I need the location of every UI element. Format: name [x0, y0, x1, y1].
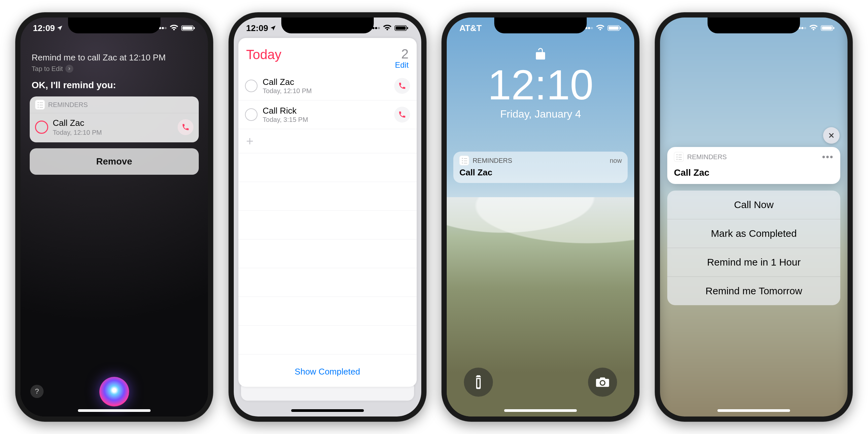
reminder-title: Call Zac: [53, 118, 173, 128]
close-button[interactable]: [823, 127, 840, 144]
chevron-right-icon: [65, 65, 73, 73]
empty-row: [238, 268, 417, 297]
battery-icon: [607, 25, 622, 31]
camera-icon: [595, 376, 610, 388]
notch: [281, 18, 374, 33]
empty-row: [238, 211, 417, 240]
unlock-icon: [535, 46, 546, 60]
reminders-app-icon: [674, 152, 684, 162]
reminder-radio[interactable]: [245, 108, 257, 121]
action-call-now[interactable]: Call Now: [667, 191, 840, 219]
status-carrier: AT&T: [459, 23, 482, 33]
notch: [68, 18, 160, 33]
battery-icon: [394, 25, 409, 31]
reminder-radio[interactable]: [35, 121, 48, 134]
flashlight-button[interactable]: [464, 368, 493, 397]
notification-message: Call Zac: [674, 167, 834, 178]
reminders-list-card: Today 2 Edit Call Zac Today, 12:10 PM: [238, 38, 417, 387]
phone-icon: [398, 82, 406, 90]
reminder-subtitle: Today, 12:10 PM: [53, 129, 173, 136]
empty-row: [238, 182, 417, 211]
call-button[interactable]: [394, 107, 410, 123]
result-app-label: REMINDERS: [48, 101, 88, 108]
notification-app-label: REMINDERS: [687, 153, 727, 161]
plus-icon: +: [246, 135, 254, 147]
phone-notification-actions: REMINDERS ••• Call Zac Call Now Mark as …: [655, 12, 853, 422]
siri-help-button[interactable]: ?: [30, 385, 43, 398]
siri-query-text: Remind me to call Zac at 12:10 PM: [32, 53, 197, 63]
call-button[interactable]: [394, 78, 410, 94]
phone-lock-screen: AT&T 12:10 Friday, January 4 REMINDERS: [441, 12, 640, 422]
siri-response-text: OK, I'll remind you:: [32, 80, 197, 91]
edit-button[interactable]: Edit: [395, 60, 408, 70]
wifi-icon: [383, 25, 392, 31]
location-icon: [270, 25, 276, 31]
phone-siri: 12:09 Remind me to call Zac at 12:10 PM …: [15, 12, 213, 422]
status-time: 12:09: [246, 23, 269, 33]
phone-icon: [398, 111, 406, 119]
action-remind-tomorrow[interactable]: Remind me Tomorrow: [667, 277, 840, 305]
empty-row: [238, 153, 417, 182]
wifi-icon: [170, 25, 178, 31]
show-completed-button[interactable]: Show Completed: [238, 358, 417, 387]
reminders-app-icon: [459, 156, 469, 165]
call-button[interactable]: [178, 119, 193, 135]
phone-reminders-app: 12:09 Today 2 Edit: [228, 12, 427, 422]
reminders-app-icon: [35, 100, 45, 110]
reminder-subtitle: Today, 12:10 PM: [263, 87, 389, 95]
tap-to-edit-label: Tap to Edit: [32, 65, 63, 73]
location-icon: [57, 25, 63, 31]
flashlight-icon: [474, 375, 483, 390]
tap-to-edit-button[interactable]: Tap to Edit: [32, 65, 197, 73]
battery-icon: [820, 25, 835, 31]
empty-row: [238, 326, 417, 354]
empty-row: [238, 297, 417, 326]
notification-card[interactable]: REMINDERS ••• Call Zac: [667, 147, 840, 184]
notification-app-label: REMINDERS: [472, 157, 512, 164]
reminder-row[interactable]: Call Zac Today, 12:10 PM: [238, 72, 417, 100]
action-mark-completed[interactable]: Mark as Completed: [667, 219, 840, 248]
wifi-icon: [809, 25, 818, 31]
remove-label: Remove: [96, 156, 132, 166]
notch: [494, 18, 587, 33]
close-icon: [828, 132, 835, 139]
lockscreen-date: Friday, January 4: [447, 108, 634, 120]
home-indicator[interactable]: [78, 409, 151, 412]
home-indicator[interactable]: [717, 409, 790, 412]
reminder-subtitle: Today, 3:15 PM: [263, 116, 389, 124]
home-indicator[interactable]: [504, 409, 577, 412]
list-count: 2: [395, 47, 408, 60]
siri-orb-icon[interactable]: [99, 377, 129, 407]
status-time: 12:09: [33, 23, 55, 33]
notification-message: Call Zac: [459, 167, 622, 178]
phone-icon: [182, 123, 189, 131]
notification-actions: Call Now Mark as Completed Remind me in …: [667, 191, 840, 305]
remove-button[interactable]: Remove: [30, 148, 199, 175]
add-reminder-row[interactable]: +: [238, 129, 417, 153]
more-icon[interactable]: •••: [822, 152, 834, 162]
notification-card[interactable]: REMINDERS now Call Zac: [453, 152, 628, 183]
list-title: Today: [246, 47, 282, 62]
notification-time: now: [610, 157, 622, 164]
reminder-title: Call Rick: [263, 106, 389, 116]
reminder-radio[interactable]: [245, 80, 257, 92]
empty-row: [238, 240, 417, 268]
reminders-list: Call Zac Today, 12:10 PM Call Rick Today…: [238, 72, 417, 358]
camera-button[interactable]: [588, 368, 617, 397]
wifi-icon: [596, 25, 604, 31]
action-remind-1-hour[interactable]: Remind me in 1 Hour: [667, 248, 840, 277]
empty-row: [238, 354, 417, 358]
battery-icon: [181, 25, 195, 31]
home-indicator[interactable]: [291, 409, 364, 412]
reminder-title: Call Zac: [263, 77, 389, 87]
notch: [708, 18, 800, 33]
lockscreen-time: 12:10: [447, 64, 634, 106]
siri-result-card[interactable]: REMINDERS Call Zac Today, 12:10 PM: [30, 96, 199, 142]
reminder-row[interactable]: Call Rick Today, 3:15 PM: [238, 100, 417, 129]
